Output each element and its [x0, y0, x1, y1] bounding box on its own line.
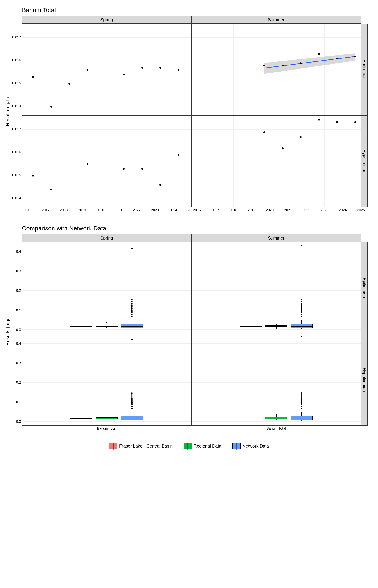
top-facet-grid: Result (mg/L) SpringSummer0.0140.0150.01… — [9, 16, 367, 216]
bottom-chart-title: Comparison with Network Data — [22, 225, 374, 232]
row-strip: Hypolimnion — [361, 334, 367, 426]
legend-item: Fraser Lake - Central Basin — [109, 443, 173, 449]
data-point — [141, 168, 143, 170]
legend-item: Network Data — [232, 443, 269, 449]
data-point — [32, 175, 34, 176]
data-point — [336, 58, 338, 59]
data-point — [318, 119, 320, 120]
data-point — [300, 62, 302, 64]
bottom-facet-grid: Results (mg/L) SpringSummer0.00.10.20.30… — [9, 234, 367, 434]
row-strip: Epilimnion — [361, 24, 367, 116]
data-point — [336, 121, 338, 123]
panel — [22, 116, 191, 207]
data-point — [178, 69, 179, 71]
data-point — [282, 65, 284, 67]
legend-item: Regional Data — [184, 443, 221, 449]
data-point — [123, 168, 125, 170]
panel — [191, 334, 361, 426]
data-point — [282, 147, 284, 149]
data-point — [263, 132, 265, 133]
data-point — [32, 76, 34, 78]
data-point — [160, 184, 161, 186]
data-point — [263, 65, 265, 67]
col-strip: Spring — [22, 234, 191, 242]
data-point — [354, 121, 356, 123]
data-point — [123, 74, 125, 76]
data-point — [141, 67, 143, 69]
data-point — [87, 69, 88, 71]
legend: Fraser Lake - Central BasinRegional Data… — [4, 443, 374, 449]
data-point — [354, 55, 356, 57]
data-point — [50, 188, 52, 190]
top-chart-title: Barium Total — [22, 7, 374, 13]
data-point — [160, 67, 161, 69]
data-point — [178, 154, 179, 156]
panel — [22, 242, 191, 334]
data-point — [50, 106, 52, 108]
data-point — [318, 53, 320, 55]
panel — [191, 242, 361, 334]
col-strip: Spring — [22, 16, 191, 24]
data-point — [87, 163, 88, 165]
panel — [191, 116, 361, 207]
col-strip: Summer — [191, 234, 361, 242]
col-strip: Summer — [191, 16, 361, 24]
data-point — [68, 83, 70, 85]
panel — [191, 24, 361, 116]
row-strip: Epilimnion — [361, 242, 367, 334]
data-point — [300, 136, 302, 138]
row-strip: Hypolimnion — [361, 116, 367, 207]
panel — [22, 24, 191, 116]
panel — [22, 334, 191, 426]
